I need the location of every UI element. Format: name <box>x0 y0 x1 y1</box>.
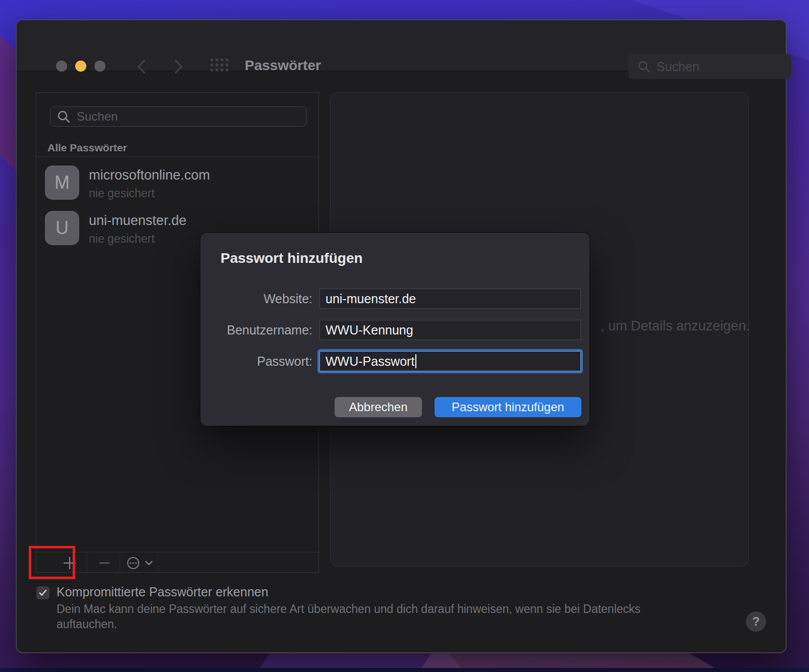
ellipsis-circle-icon <box>126 555 141 571</box>
sidebar-search-input[interactable]: Suchen <box>50 106 307 127</box>
detect-compromised-checkbox[interactable] <box>36 586 49 599</box>
window-close-button[interactable] <box>56 61 67 72</box>
chevron-down-icon <box>144 558 154 568</box>
divider <box>157 552 158 573</box>
window-minimize-button[interactable] <box>75 61 86 72</box>
add-button-highlight-annotation <box>29 546 75 579</box>
site-name: uni-muenster.de <box>89 213 187 229</box>
divider <box>120 552 120 573</box>
website-value: uni-muenster.de <box>326 292 416 306</box>
add-password-dialog: Passwort hinzufügen Website: uni-muenste… <box>200 233 589 426</box>
submit-add-password-button[interactable]: Passwort hinzufügen <box>435 397 581 417</box>
list-item[interactable]: M microsoftonline.com nie gesichert <box>36 165 318 211</box>
show-all-button[interactable] <box>210 59 229 74</box>
checkbox-description: Dein Mac kann deine Passwörter auf siche… <box>57 601 677 632</box>
site-name: microsoftonline.com <box>89 167 210 183</box>
form-row: Website: uni-muenster.de <box>200 289 589 309</box>
site-status: nie gesichert <box>89 232 154 246</box>
form-row: Passwort: WWU-Passwort <box>200 351 589 371</box>
grid-icon <box>210 59 229 74</box>
password-label: Passwort: <box>257 354 312 369</box>
sidebar-search-placeholder: Suchen <box>77 109 118 124</box>
window-zoom-button[interactable] <box>94 61 105 72</box>
help-button[interactable]: ? <box>746 611 766 632</box>
more-options-button[interactable] <box>122 552 157 573</box>
list-toolbar <box>36 552 318 573</box>
username-value: WWU-Kennung <box>326 323 413 338</box>
text-caret <box>415 354 416 368</box>
search-icon <box>57 109 71 124</box>
back-button[interactable] <box>132 57 152 77</box>
dialog-title: Passwort hinzufügen <box>221 250 363 266</box>
form-row: Benutzername: WWU-Kennung <box>200 320 589 340</box>
cancel-button[interactable]: Abbrechen <box>335 397 422 417</box>
toolbar-search-placeholder: Suchen <box>657 60 699 74</box>
passwords-window: Passwörter Suchen Suchen Alle Passwörter… <box>17 20 786 652</box>
minus-icon <box>97 556 112 570</box>
remove-password-button[interactable] <box>89 552 120 573</box>
username-field[interactable]: WWU-Kennung <box>319 320 581 340</box>
list-section-header: Alle Passwörter <box>47 142 127 154</box>
question-mark-icon: ? <box>752 614 760 629</box>
window-title: Passwörter <box>245 58 321 74</box>
site-avatar: M <box>45 165 79 200</box>
toolbar-search-input[interactable]: Suchen <box>628 54 791 79</box>
password-value: WWU-Passwort <box>326 354 414 369</box>
password-field[interactable]: WWU-Passwort <box>319 351 581 371</box>
website-label: Website: <box>263 292 312 306</box>
site-avatar: U <box>45 211 79 245</box>
website-field[interactable]: uni-muenster.de <box>319 289 581 309</box>
checkbox-label: Kompromittierte Passwörter erkennen <box>57 585 268 599</box>
search-icon <box>637 60 651 73</box>
chevron-right-icon <box>168 57 188 77</box>
forward-button[interactable] <box>168 57 188 77</box>
wallpaper-bottom-strip <box>0 668 809 672</box>
details-hint-text: , um Details anzuzeigen. <box>601 318 750 334</box>
chevron-left-icon <box>132 57 152 77</box>
divider <box>87 552 87 573</box>
window-titlebar[interactable]: Passwörter Suchen <box>17 20 786 71</box>
check-icon <box>38 588 47 597</box>
site-status: nie gesichert <box>89 187 154 200</box>
divider <box>36 156 318 157</box>
desktop: Passwörter Suchen Suchen Alle Passwörter… <box>0 0 809 672</box>
username-label: Benutzername: <box>227 323 312 338</box>
